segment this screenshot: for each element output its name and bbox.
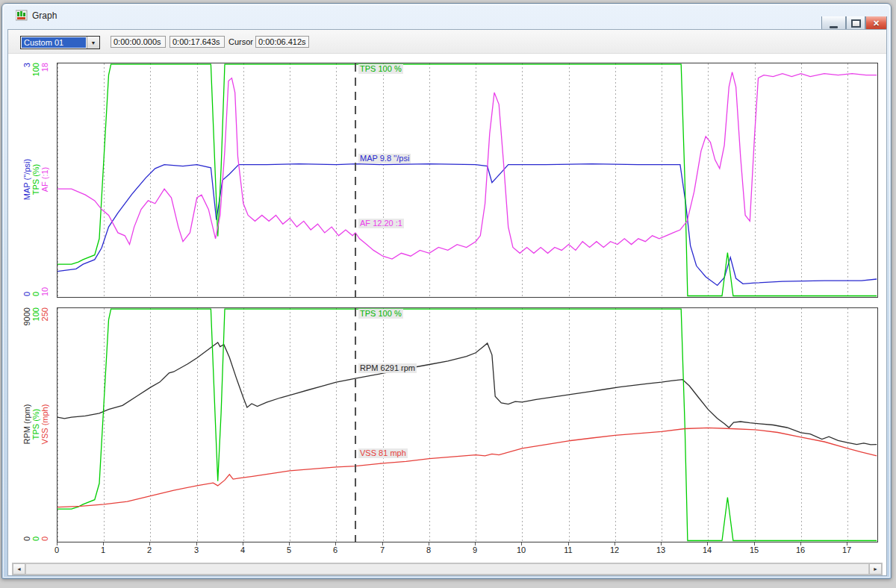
series-line-tps: [57, 309, 877, 540]
x-tick-label: 0: [48, 545, 66, 554]
end-time-field[interactable]: 0:00:17.643s: [169, 36, 225, 48]
horizontal-scrollbar[interactable]: ◄ ►: [12, 563, 883, 575]
x-tick-label: 5: [280, 545, 298, 554]
x-tick-label: 10: [512, 545, 530, 554]
x-tick-label: 13: [652, 545, 670, 554]
y-axis-vss: 0VSS (mph)250: [40, 307, 50, 541]
chart-canvas[interactable]: [57, 63, 877, 297]
cursor-readout: RPM 6291 rpm: [358, 363, 417, 373]
chevron-down-icon: ▼: [91, 40, 96, 46]
window-title: Graph: [32, 10, 57, 21]
maximize-icon: [851, 19, 861, 28]
chart-canvas[interactable]: [57, 308, 877, 542]
cursor-readout: TPS 100 %: [358, 64, 403, 74]
y-axis-max-label: 250: [40, 307, 50, 374]
start-time-field[interactable]: 0:00:00.000s: [111, 36, 166, 48]
cursor-readout: AF 12.20 :1: [358, 219, 404, 228]
graph-window: Graph ✕ Custom 01 ▼ 0:00:00.000s 0:00:17…: [1, 3, 892, 579]
scrollbar-thumb[interactable]: [25, 563, 869, 575]
y-axis-name-label: VSS (mph): [40, 374, 50, 474]
minimize-icon: [830, 26, 838, 28]
x-tick-label: 15: [745, 545, 763, 554]
y-axis-min-label: 0: [40, 475, 50, 541]
x-tick-label: 17: [838, 545, 856, 554]
preset-selected-value: Custom 01: [22, 37, 86, 48]
series-line-map: [57, 164, 877, 286]
x-tick-label: 11: [559, 545, 577, 554]
combobox-dropdown-button[interactable]: ▼: [87, 37, 99, 49]
close-icon: ✕: [873, 19, 880, 28]
titlebar[interactable]: Graph ✕: [2, 4, 891, 29]
y-axis-min-label: 10: [40, 230, 50, 296]
x-tick-label: 1: [94, 545, 112, 554]
x-tick-label: 4: [234, 545, 252, 554]
scroll-right-icon: ►: [873, 566, 878, 572]
client-area: Custom 01 ▼ 0:00:00.000s 0:00:17.643s Cu…: [7, 29, 887, 576]
scroll-left-icon: ◄: [16, 566, 22, 572]
cursor-label: Cursor: [228, 37, 253, 46]
top-chart-plot[interactable]: TPS 100 %MAP 9.8 ''/psiAF 12.20 :1: [57, 63, 878, 298]
cursor-time-field[interactable]: 0:00:06.412s: [255, 36, 309, 48]
y-axis-name-label: AF (:1): [40, 129, 50, 229]
x-tick-label: 7: [373, 545, 391, 554]
cursor-readout: MAP 9.8 ''/psi: [358, 154, 411, 163]
x-tick-label: 3: [187, 545, 205, 554]
x-tick-label: 16: [791, 545, 809, 554]
y-axis-af: 10AF (:1)18: [40, 63, 50, 296]
x-tick-label: 14: [698, 545, 716, 554]
scroll-left-button[interactable]: ◄: [13, 563, 25, 575]
x-tick-label: 12: [606, 545, 623, 554]
series-line-vss: [57, 428, 877, 507]
x-tick-label: 6: [326, 545, 344, 554]
preset-combobox[interactable]: Custom 01 ▼: [20, 36, 100, 49]
x-tick-label: 2: [140, 545, 158, 554]
series-line-tps: [57, 64, 877, 295]
x-tick-label: 8: [420, 545, 438, 554]
cursor-readout: VSS 81 mph: [358, 448, 408, 458]
cursor-readout: TPS 100 %: [358, 309, 403, 319]
scroll-right-button[interactable]: ►: [869, 563, 882, 575]
x-axis: 01234567891011121314151617: [57, 542, 878, 556]
toolbar: Custom 01 ▼ 0:00:00.000s 0:00:17.643s Cu…: [8, 30, 886, 54]
x-tick-label: 9: [466, 545, 484, 554]
y-axis-max-label: 18: [40, 63, 50, 129]
bottom-chart-plot[interactable]: TPS 100 %RPM 6291 rpmVSS 81 mph: [57, 307, 878, 542]
app-icon: [16, 10, 28, 22]
